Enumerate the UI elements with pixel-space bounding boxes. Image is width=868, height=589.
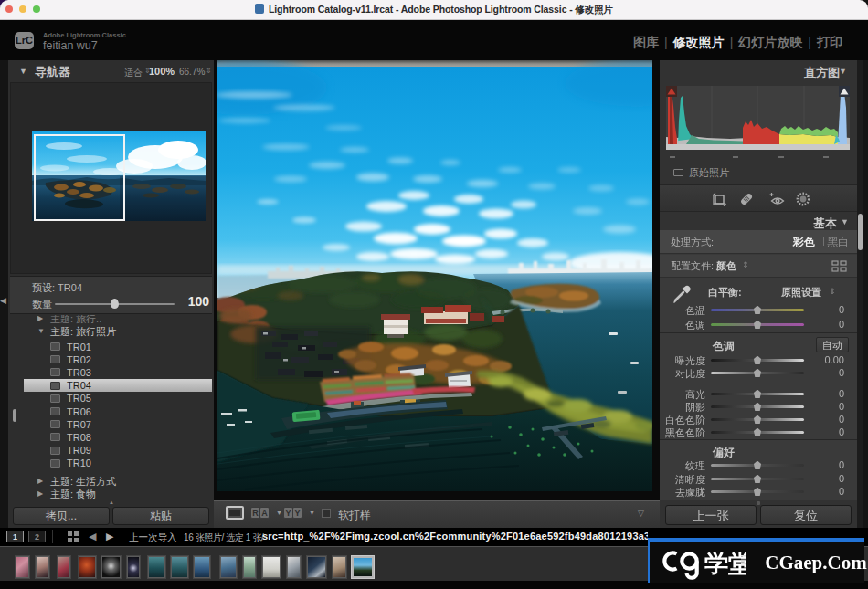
svg-text:学堂: 学堂 — [704, 550, 746, 577]
